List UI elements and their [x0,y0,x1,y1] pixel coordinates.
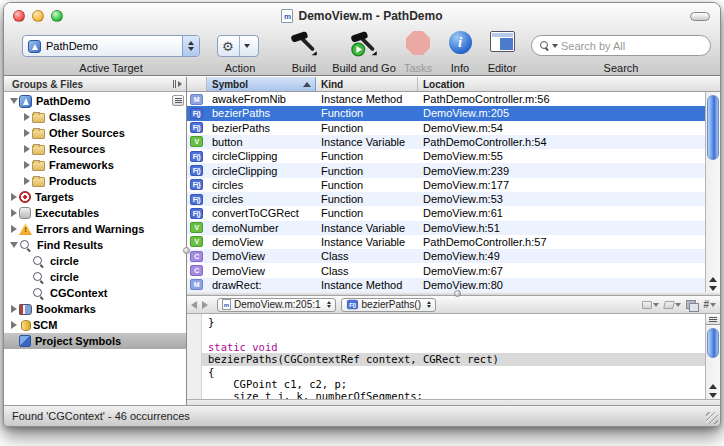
editor-split-button[interactable] [706,314,720,325]
horizontal-splitter[interactable] [187,292,720,296]
history-forward-button[interactable] [202,301,208,309]
table-row[interactable]: MdrawRect:Instance MethodDemoView.m:80 [187,278,705,292]
kind-cell: Instance Variable [316,236,418,248]
column-header-location[interactable]: Location [418,77,720,91]
table-row[interactable]: F()convertToCGRectFunctionDemoView.m:61 [187,206,705,220]
sidebar-item-pathdemo[interactable]: PathDemo [4,93,186,109]
column-header-kind[interactable]: Kind [316,77,418,91]
sidebar-item-other-sources[interactable]: Other Sources [4,125,186,141]
table-row[interactable]: VdemoNumberInstance VariableDemoView.h:5… [187,221,705,235]
table-row[interactable]: VbuttonInstance VariablePathDemoControll… [187,135,705,149]
scroll-up-arrow-icon[interactable] [709,384,717,389]
sidebar-item-cgcontext[interactable]: CGContext [4,285,186,301]
splitview-toggle-button[interactable] [173,80,182,88]
table-row[interactable]: MawakeFromNibInstance MethodPathDemoCont… [187,92,705,106]
sidebar-item-circle[interactable]: circle [4,253,186,269]
table-body: MawakeFromNibInstance MethodPathDemoCont… [187,92,720,292]
sidebar-item-label: Other Sources [49,127,125,139]
disclosure-triangle-icon[interactable] [8,98,19,104]
executable-icon [19,207,31,219]
horizontal-splitter-handle[interactable] [454,290,461,297]
build-button[interactable] [280,31,328,59]
source-editor[interactable]: } static voidbezierPaths(CGContextRef co… [187,314,720,399]
scm-icon [21,320,31,331]
table-scrollbar-thumb[interactable] [707,95,719,160]
disclosure-triangle-icon[interactable] [8,225,19,233]
table-row[interactable]: F()circlesFunctionDemoView.m:177 [187,178,705,192]
sidebar-item-find-results[interactable]: Find Results [4,237,186,253]
table-row[interactable]: F()circleClippingFunctionDemoView.m:239 [187,163,705,177]
history-back-button[interactable] [191,301,197,309]
table-row[interactable]: CDemoViewClassDemoView.h:49 [187,249,705,263]
vertical-splitter-handle[interactable] [183,247,190,254]
sidebar-header: Groups & Files [4,77,186,92]
build-and-go-button[interactable] [326,31,402,59]
disclosure-triangle-icon[interactable] [21,129,32,137]
sidebar-item-executables[interactable]: Executables [4,205,186,221]
toolbar-toggle-button[interactable] [690,12,710,21]
disclosure-triangle-icon[interactable] [21,145,32,153]
editor-button[interactable] [480,31,524,52]
editor-scrollbar[interactable] [705,314,720,399]
groups-and-files-tree: PathDemoClassesOther SourcesResourcesFra… [4,93,186,407]
table-row[interactable]: F()bezierPathsFunctionDemoView.m:54 [187,121,705,135]
line-number-menu-button[interactable]: # [703,299,716,310]
sidebar-item-classes[interactable]: Classes [4,109,186,125]
disclosure-triangle-icon[interactable] [21,161,32,169]
disclosure-triangle-icon[interactable] [21,177,32,185]
search-scope-arrow-icon[interactable] [552,44,558,48]
file-popup[interactable]: m DemoView.m:205:1 [217,298,336,312]
kind-cell: Class [316,265,418,277]
editor-navigation-bar: m DemoView.m:205:1 F() bezierPaths() # [187,296,720,314]
sidebar-item-targets[interactable]: Targets [4,189,186,205]
table-scrollbar[interactable] [705,92,720,292]
table-row[interactable]: F()circlesFunctionDemoView.m:53 [187,192,705,206]
action-button[interactable]: ⚙ [217,35,259,57]
window-title: DemoView.m - PathDemo [298,9,442,23]
find-icon [32,271,46,284]
disclosure-triangle-icon[interactable] [8,242,19,248]
disclosure-triangle-icon[interactable] [8,209,19,217]
breakpoints-menu-button[interactable] [664,301,681,309]
table-row[interactable]: F()circleClippingFunctionDemoView.m:55 [187,149,705,163]
bookmarks-menu-button[interactable] [642,301,659,309]
table-row[interactable]: VdemoViewInstance VariablePathDemoContro… [187,235,705,249]
document-icon: m [281,9,293,23]
table-scrollbar-arrows [706,277,720,291]
active-target-popup[interactable]: PathDemo [22,35,200,57]
sidebar-item-bookmarks[interactable]: Bookmarks [4,301,186,317]
disclosure-triangle-icon[interactable] [21,113,32,121]
scroll-down-arrow-icon[interactable] [709,286,717,291]
disclosure-triangle-icon[interactable] [8,193,19,201]
search-input[interactable] [561,40,703,52]
main-content: Groups & Files PathDemoClassesOther Sour… [4,77,720,407]
resize-grip[interactable] [706,412,718,424]
sidebar-item-errors-and-warnings[interactable]: !Errors and Warnings [4,221,186,237]
sidebar-item-frameworks[interactable]: Frameworks [4,157,186,173]
counterpart-button[interactable] [686,300,698,310]
sidebar-item-circle[interactable]: circle [4,269,186,285]
table-row[interactable]: F()bezierPathsFunctionDemoView.m:205 [187,106,705,120]
search-field[interactable] [531,35,711,56]
sidebar-item-resources[interactable]: Resources [4,141,186,157]
sidebar-item-label: Bookmarks [36,303,96,315]
info-button[interactable]: i [442,31,478,54]
function-popup[interactable]: F() bezierPaths() [341,298,436,312]
editor-scrollbar-thumb[interactable] [707,328,719,358]
disclosure-triangle-icon[interactable] [8,321,19,329]
sidebar-item-scm[interactable]: SCM [4,317,186,333]
bookmarks-icon [19,304,32,315]
disclosure-triangle-icon[interactable] [8,305,19,313]
sidebar-item-project-symbols[interactable]: Project Symbols [4,333,186,349]
sidebar-header-label: Groups & Files [12,79,83,90]
code-area[interactable]: } static voidbezierPaths(CGContextRef co… [202,314,705,399]
title-bar[interactable]: m DemoView.m - PathDemo [4,3,720,29]
location-cell: DemoView.m:55 [418,150,705,162]
column-header-icon[interactable] [187,77,207,91]
column-header-symbol[interactable]: Symbol [207,77,316,91]
function-badge-icon: F() [190,108,203,119]
scroll-up-arrow-icon[interactable] [709,277,717,282]
scroll-down-arrow-icon[interactable] [709,393,717,398]
table-row[interactable]: CDemoViewClassDemoView.m:67 [187,263,705,277]
sidebar-item-products[interactable]: Products [4,173,186,189]
